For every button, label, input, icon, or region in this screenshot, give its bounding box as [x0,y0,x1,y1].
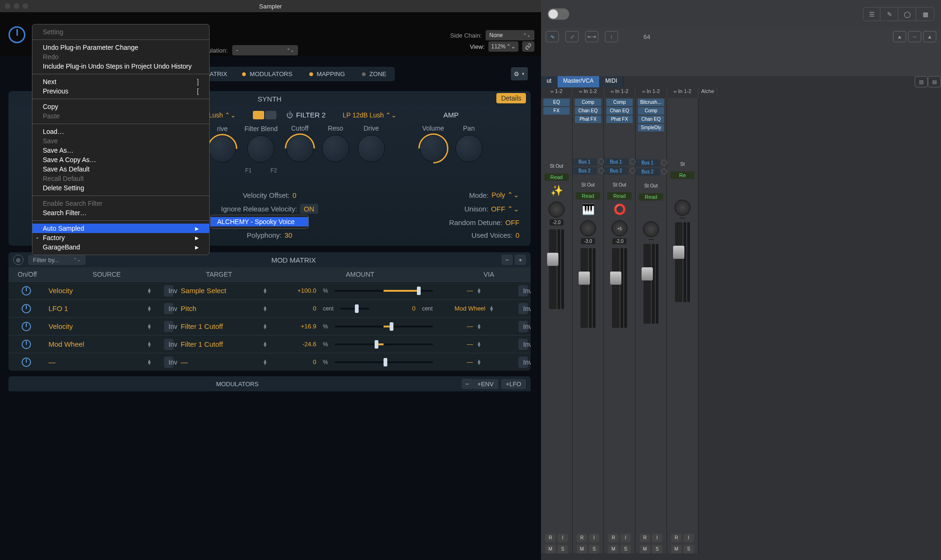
filter-blend-knob[interactable] [247,135,274,163]
target-stepper[interactable]: ▲▼ [263,342,267,347]
via-inv-button[interactable]: Inv [518,339,528,350]
source-stepper[interactable]: ▲▼ [147,342,152,347]
amount-value[interactable]: 0 [277,358,316,366]
insert-slot[interactable]: EQ [543,99,570,106]
insert-slot[interactable]: FX [543,107,570,115]
record-button[interactable]: R [640,534,650,542]
link-button[interactable] [522,41,534,52]
source-inv-button[interactable]: Inv [164,339,173,350]
insert-slot[interactable]: Chan EQ [638,116,664,123]
settings-gear-button[interactable]: ⚙▼ [511,67,528,80]
filter2-drive-knob[interactable] [358,135,385,162]
insert-slot[interactable]: Comp [606,99,633,106]
solo-button[interactable]: S [589,545,599,553]
source-inv-button[interactable]: Inv [164,285,173,296]
random-detune-value[interactable]: OFF [505,218,519,226]
source-stepper[interactable]: ▲▼ [147,359,152,365]
amount-slider[interactable] [335,326,433,327]
via-select[interactable]: Mod Wheel [455,305,486,312]
send-knob[interactable] [630,159,635,164]
input-button[interactable]: I [683,534,694,542]
source-inv-button[interactable]: Inv [164,321,173,332]
send-bus1[interactable]: Bus 1 [635,159,660,167]
note-icon[interactable]: ✎ [881,8,898,21]
marker2-tool[interactable]: ▲ [923,31,936,42]
target-stepper[interactable]: ▲▼ [263,306,267,311]
via-select[interactable]: — [467,287,473,294]
via-stepper[interactable]: ▲▼ [477,324,481,329]
amp-pan-knob[interactable] [455,135,483,162]
menu-auto-sampled[interactable]: Auto Sampled [32,224,209,233]
filter2-type[interactable]: LP 12dB Lush ⌃⌄ [343,111,397,119]
io-label[interactable]: ∞ 1-2 [541,87,572,98]
send-knob[interactable] [661,169,667,174]
close-dot[interactable] [5,3,10,9]
menu-copy[interactable]: Copy [32,102,209,111]
mute-button[interactable]: M [671,545,682,553]
amount-value[interactable]: +16.9 [277,323,316,330]
insert-slot[interactable]: Bitcrush… [638,99,664,106]
solo-button[interactable]: S [557,545,568,553]
io-label[interactable]: ∞ In 1-2 [572,87,604,98]
tab-zone[interactable]: ZONE [353,67,395,81]
source-stepper[interactable]: ▲▼ [147,324,152,329]
submenu-alchemy-spooky[interactable]: ALCHEMY - Spooky Voice [211,217,308,226]
menu-save-default[interactable]: Save As Default [32,164,209,174]
via-select[interactable]: — [467,358,473,366]
pan-knob[interactable]: +5 [612,220,627,236]
target-select[interactable]: Pitch [181,304,196,312]
menu-undo-param[interactable]: Undo Plug-in Parameter Change [32,43,209,52]
io-label[interactable]: ∞ In 1-2 [604,87,635,98]
send-bus2[interactable]: Bus 2 [635,168,660,176]
source-select[interactable]: Velocity [48,322,73,330]
insert-slot[interactable]: Chan EQ [575,107,601,115]
insert-slot[interactable]: Comp [575,99,601,106]
row-power-button[interactable] [22,304,31,313]
send-knob[interactable] [598,159,604,164]
ribbon-toggle[interactable] [548,8,569,20]
mode-value[interactable]: Poly ⌃⌄ [492,191,519,199]
insert-slot[interactable]: Comp [638,107,664,115]
amount-value[interactable]: 0 [277,305,316,312]
row-power-button[interactable] [22,340,31,349]
send-bus2[interactable]: Bus 2 [604,167,628,175]
send-bus1[interactable]: Bus 1 [604,158,628,166]
via-select[interactable]: — [467,341,473,348]
record-button[interactable]: R [545,534,556,542]
filter1-type[interactable]: Lush ⌃⌄ [209,111,236,119]
solo-button[interactable]: S [683,545,694,553]
velocity-offset-value[interactable]: 0 [292,191,296,199]
insert-slot[interactable]: Phat FX [575,116,601,123]
view-zoom-select[interactable]: 112%⌃⌄ [488,41,518,52]
menu-factory[interactable]: -Factory [32,233,209,242]
output-slot[interactable]: St Out [543,163,570,169]
insert-slot[interactable]: SmpleDly [638,124,664,132]
filter2-reso-knob[interactable] [322,135,349,162]
target-select[interactable]: Filter 1 Cutoff [181,340,223,348]
mute-button[interactable]: M [577,545,587,553]
automation-mode[interactable]: Read [576,192,600,200]
source-stepper[interactable]: ▲▼ [147,306,152,311]
menu-save-copy-as[interactable]: Save A Copy As… [32,155,209,164]
pan-knob[interactable] [643,221,659,237]
volume-fader[interactable] [580,248,588,328]
menu-search-filter[interactable]: Search Filter… [32,208,209,218]
automation-mode[interactable]: Read [639,193,663,201]
record-button[interactable]: R [608,534,619,542]
menu-delete-setting[interactable]: Delete Setting [32,183,209,193]
stretch-tool[interactable]: ↔ [908,31,921,42]
side-chain-select[interactable]: None⌃⌄ [486,30,534,40]
menu-include-undo[interactable]: Include Plug-in Undo Steps in Project Un… [32,62,209,71]
menu-save-as[interactable]: Save As… [32,146,209,155]
row-power-button[interactable] [22,358,31,367]
menu-garageband[interactable]: GarageBand [32,242,209,252]
filter-by-dropdown[interactable]: Filter by...⌃⌄ [28,255,86,265]
via-inv-button[interactable]: Inv [518,303,528,314]
snap-tool[interactable]: ⤢ [565,31,579,42]
input-button[interactable]: I [589,534,599,542]
modulators-minus[interactable]: − [462,379,473,389]
target-stepper[interactable]: ▲▼ [263,288,267,294]
input-button[interactable]: I [652,534,662,542]
unison-value[interactable]: OFF ⌃⌄ [491,205,519,213]
loop-icon[interactable]: ◯ [899,8,916,21]
